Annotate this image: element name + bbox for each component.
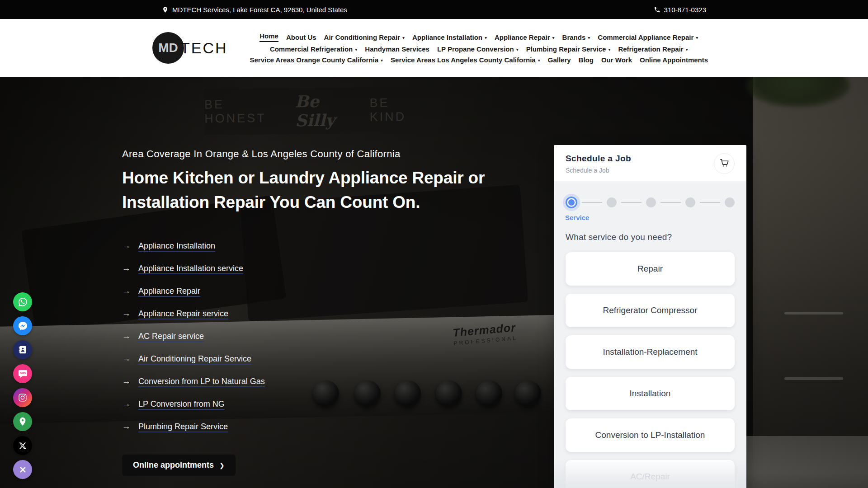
nav-row-1: HomeAbout UsAir Conditioning Repair▾Appl… [259,32,698,42]
hero-title: Home Kitchen or Laundry Appliance Repair… [122,166,529,215]
arrow-right-icon: → [122,354,131,364]
service-link-appliance-installation[interactable]: Appliance Installation [138,241,215,251]
nav-item-our-work[interactable]: Our Work [601,56,632,64]
service-link-appliance-installation-service[interactable]: Appliance Installation service [138,264,243,273]
nav-item-appliance-installation[interactable]: Appliance Installation▾ [412,33,487,41]
service-options: RepairRefrigerator CompressorInstallatio… [566,252,735,488]
step-connector [582,202,602,203]
step-3[interactable] [646,197,656,207]
nav-item-plumbing-repair-service[interactable]: Plumbing Repair Service▾ [526,45,611,53]
contacts-icon[interactable] [13,340,32,359]
background-counter [744,436,868,488]
stepper [566,197,735,208]
option-installation[interactable]: Installation [566,377,735,410]
stepper-active-label: Service [565,214,735,221]
hero-kicker: Area Coverage In Orange & Los Angeles Co… [122,148,529,160]
service-link-appliance-repair[interactable]: Appliance Repair [138,286,200,296]
chevron-down-icon: ▾ [381,58,383,63]
nav-item-appliance-repair[interactable]: Appliance Repair▾ [495,33,555,41]
step-connector [700,202,720,203]
hero-section: BE HONEST Be Silly BE KIND Thermador PRO… [0,77,868,488]
option-installation-replacement[interactable]: Installation-Replacement [566,335,735,369]
instagram-icon[interactable] [13,388,32,407]
online-appointments-button[interactable]: Online appointments ❯ [122,455,236,476]
option-ac-repair[interactable]: AC/Repair [566,460,735,488]
nav-item-refrigeration-repair[interactable]: Refrigeration Repair▾ [618,45,688,53]
nav-item-home[interactable]: Home [259,32,278,42]
service-link-conversion-from-lp-to-natural-gas[interactable]: Conversion from LP to Natural Gas [138,377,265,386]
maps-icon[interactable] [13,412,32,431]
service-link-lp-conversion-from-ng[interactable]: LP Conversion from NG [138,399,225,409]
location-pin-icon [162,6,169,13]
service-link-row: →Appliance Installation service [122,263,529,274]
messenger-icon[interactable] [13,316,32,335]
phone-icon [654,6,660,13]
arrow-right-icon: → [122,376,131,386]
phone-text: 310-871-0323 [664,6,706,14]
topbar: MDTECH Services, Lake Forest CA, 92630, … [0,0,868,19]
close-icon[interactable] [13,460,32,479]
nav-item-service-areas-orange-county-california[interactable]: Service Areas Orange County California▾ [250,56,383,64]
schedule-card-title: Schedule a Job [566,154,631,164]
service-link-appliance-repair-service[interactable]: Appliance Repair service [138,309,228,319]
nav-item-handyman-services[interactable]: Handyman Services [365,45,429,53]
service-link-row: →Appliance Repair [122,286,529,296]
schedule-card-header: Schedule a Job Schedule a Job [554,145,746,181]
arrow-right-icon: → [122,399,131,409]
logo-circle: MD [152,32,184,64]
arrow-right-icon: → [122,286,131,296]
address-text: MDTECH Services, Lake Forest CA, 92630, … [172,6,347,14]
nav-item-brands[interactable]: Brands▾ [562,33,590,41]
nav-item-online-appointments[interactable]: Online Appointments [640,56,708,64]
hero-service-links: →Appliance Installation→Appliance Instal… [122,240,529,432]
option-refrigerator-compressor[interactable]: Refrigerator Compressor [566,294,735,327]
arrow-right-icon: → [122,309,131,319]
chevron-down-icon: ▾ [696,35,698,40]
step-2[interactable] [607,197,617,207]
option-conversion-to-lp-installation[interactable]: Conversion to LP-Installation [566,418,735,452]
topbar-phone[interactable]: 310-871-0323 [654,6,706,14]
step-4[interactable] [685,197,695,207]
logo[interactable]: MD TECH [152,32,228,64]
service-link-row: →Appliance Repair service [122,308,529,319]
background-plant [746,77,850,107]
nav-row-3: Service Areas Orange County California▾S… [250,56,708,64]
step-1-active[interactable] [566,197,577,208]
nav-item-commercial-appliance-repair[interactable]: Commercial Appliance Repair▾ [598,33,698,41]
whatsapp-icon[interactable] [13,292,32,311]
chevron-right-icon: ❯ [219,462,225,469]
nav-item-service-areas-los-angeles-county-california[interactable]: Service Areas Los Angeles County Califor… [391,56,540,64]
nav-item-commercial-refrigeration[interactable]: Commercial Refrigeration▾ [270,45,357,53]
chevron-down-icon: ▾ [608,47,610,52]
chevron-down-icon: ▾ [538,58,540,63]
service-link-row: →LP Conversion from NG [122,399,529,409]
nav-item-about-us[interactable]: About Us [286,33,316,41]
chevron-down-icon: ▾ [686,47,688,52]
nav-item-air-conditioning-repair[interactable]: Air Conditioning Repair▾ [324,33,405,41]
x-icon[interactable] [13,436,32,455]
sms-icon[interactable]: SMS [13,364,32,383]
svg-text:SMS: SMS [19,371,25,375]
header: MD TECH HomeAbout UsAir Conditioning Rep… [0,19,868,77]
arrow-right-icon: → [122,241,131,251]
cart-button[interactable] [714,153,735,174]
nav-item-lp-propane-conversion[interactable]: LP Propane Conversion▾ [437,45,519,53]
logo-tech-text: TECH [180,39,228,57]
nav-item-gallery[interactable]: Gallery [548,56,571,64]
service-link-plumbing-repair-service[interactable]: Plumbing Repair Service [138,422,228,432]
service-link-row: →AC Repair service [122,331,529,342]
nav-item-blog[interactable]: Blog [579,56,594,64]
chevron-down-icon: ▾ [485,35,487,40]
option-repair[interactable]: Repair [566,252,735,286]
chevron-down-icon: ▾ [402,35,405,40]
arrow-right-icon: → [122,422,131,432]
social-rail: SMS [13,292,32,479]
step-5[interactable] [725,197,735,207]
service-link-air-conditioning-repair-service[interactable]: Air Conditioning Repair Service [138,354,251,364]
service-link-row: →Air Conditioning Repair Service [122,353,529,364]
step-connector [660,202,681,203]
background-cabinet [753,77,868,488]
service-link-ac-repair-service[interactable]: AC Repair service [138,332,204,341]
arrow-right-icon: → [122,331,131,341]
background-sign: BE HONEST Be Silly BE KIND [204,86,427,135]
